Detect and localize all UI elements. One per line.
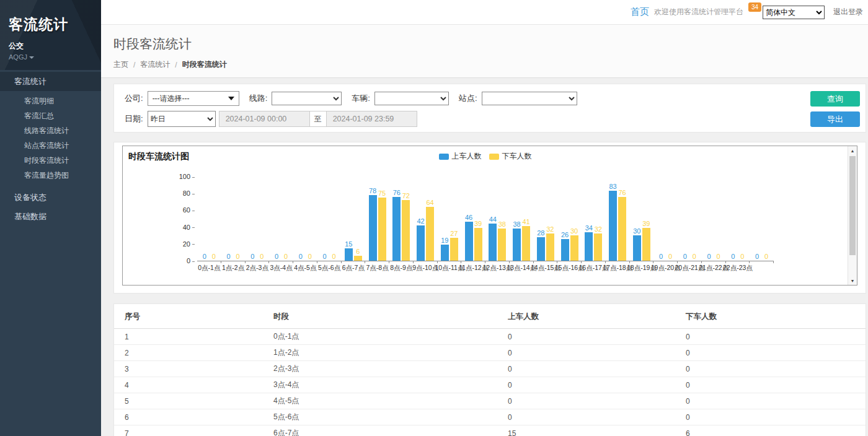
table-row: 76点-7点156: [114, 425, 866, 436]
date-preset-select[interactable]: 昨日: [148, 111, 216, 127]
legend-item-alighting[interactable]: 下车人数: [489, 151, 532, 162]
bar-group: 00: [317, 177, 342, 261]
company-select[interactable]: ---请选择---: [148, 91, 239, 106]
x-axis-tick: [750, 261, 774, 263]
table-cell: 3: [114, 361, 263, 377]
bar-value-label: 32: [546, 226, 554, 233]
bar: 76: [618, 197, 626, 261]
bar-value-label: 0: [668, 253, 672, 260]
sidebar-group[interactable]: 设备状态: [0, 188, 101, 207]
date-from-input[interactable]: 2024-01-09 00:00: [219, 111, 310, 127]
bar-group: 156: [342, 177, 366, 261]
table-cell: 0: [675, 361, 866, 377]
bar: 32: [594, 233, 602, 261]
table-cell: 4点-5点: [263, 393, 497, 409]
x-axis-label: 11点-12点: [461, 264, 485, 272]
export-button[interactable]: 导出: [810, 111, 860, 127]
x-axis-tick: [293, 261, 317, 263]
x-axis-tick: [510, 261, 534, 263]
x-axis-tick: [389, 261, 414, 263]
x-axis-tick: [653, 261, 678, 263]
main-area: 首页 欢迎使用客流统计管理平台 34 简体中文 退出登录 时段客流统计 主页 /…: [101, 0, 868, 436]
table-cell: 0: [497, 345, 675, 361]
bar-value-label: 19: [441, 237, 448, 244]
bar-group: 2630: [557, 177, 582, 261]
bar-value-label: 30: [633, 228, 640, 235]
chart-container: 时段车流统计图 上车人数 下车人数 0000000000001567875767…: [122, 146, 857, 286]
station-label: 站点:: [459, 93, 477, 104]
notification-badge[interactable]: 34: [748, 2, 761, 12]
bar: 34: [585, 232, 593, 261]
chart-legend: 上车人数 下车人数: [123, 151, 848, 162]
x-axis-tick: [246, 261, 270, 263]
bar: 27: [450, 238, 458, 261]
breadcrumb-section[interactable]: 客流统计: [140, 59, 170, 70]
bar-value-label: 76: [393, 190, 401, 196]
scrollbar-thumb[interactable]: [849, 156, 856, 255]
line-select[interactable]: [272, 92, 342, 105]
bar-value-label: 28: [537, 230, 544, 237]
sidebar-group[interactable]: 基础数据: [0, 207, 101, 226]
sidebar-subitem[interactable]: 客流明细: [0, 94, 101, 108]
sidebar-subitem[interactable]: 客流量趋势图: [0, 168, 101, 183]
x-axis-tick: [726, 261, 750, 263]
sidebar-subitem[interactable]: 站点客流统计: [0, 138, 101, 153]
x-axis-tick: [557, 261, 582, 263]
bar-value-label: 0: [755, 253, 759, 260]
bar-value-label: 0: [203, 253, 206, 260]
account-dropdown[interactable]: AQGJ: [9, 53, 92, 61]
breadcrumb-home[interactable]: 主页: [113, 59, 128, 70]
table-panel: 序号 时段 上车人数 下车人数 10点-1点0021点-2点0032点-3点00…: [113, 303, 866, 436]
bar: 44: [489, 224, 497, 261]
bar-group: 4639: [461, 177, 485, 261]
x-axis-label: 14点-15点: [534, 264, 558, 272]
language-select[interactable]: 简体中文: [763, 6, 825, 19]
bar-value-label: 42: [417, 218, 425, 225]
x-axis-tick: [317, 261, 342, 263]
nav-home-link[interactable]: 首页: [631, 6, 649, 18]
date-to-input[interactable]: 2024-01-09 23:59: [326, 111, 417, 127]
bar-value-label: 0: [227, 253, 231, 260]
bar-value-label: 0: [212, 253, 216, 260]
sidebar-group[interactable]: 客流统计: [0, 72, 101, 91]
bar-group: 00: [702, 177, 726, 261]
legend-item-boarding[interactable]: 上车人数: [439, 151, 482, 162]
table-cell: 1点-2点: [263, 345, 497, 361]
table-cell: 6: [675, 425, 866, 436]
bar-value-label: 0: [740, 253, 744, 260]
date-range-separator: 至: [309, 111, 327, 127]
query-button[interactable]: 查询: [810, 91, 860, 107]
x-axis-label: 20点-21点: [678, 264, 702, 272]
logout-link[interactable]: 退出登录: [833, 7, 863, 17]
bar-value-label: 72: [402, 193, 410, 199]
sidebar: 客流统计 公交 AQGJ 客流统计客流明细客流汇总线路客流统计站点客流统计时段客…: [0, 0, 101, 436]
sidebar-subitem[interactable]: 线路客流统计: [0, 123, 101, 138]
chart-scrollbar[interactable]: ▲ ▼: [848, 146, 857, 285]
sidebar-subitem[interactable]: 客流汇总: [0, 108, 101, 123]
sidebar-subitem[interactable]: 时段客流统计: [0, 153, 101, 168]
station-select[interactable]: [482, 92, 577, 105]
scrollbar-up-arrow[interactable]: ▲: [848, 146, 857, 155]
bar: 46: [465, 222, 473, 261]
table-cell: 2点-3点: [263, 361, 497, 377]
filter-buttons: 查询 导出: [810, 91, 860, 127]
vehicle-select[interactable]: [374, 92, 449, 105]
breadcrumb-separator: /: [133, 61, 135, 69]
legend-swatch-alighting: [489, 154, 499, 160]
filter-row-2: 日期: 昨日 2024-01-09 00:00 至 2024-01-09 23:…: [125, 111, 866, 127]
table-cell: 2: [114, 345, 263, 361]
col-header-boarding: 上车人数: [497, 304, 675, 329]
vehicle-label: 车辆:: [352, 93, 370, 104]
table-cell: 0: [675, 377, 866, 393]
bar-group: 00: [750, 177, 774, 261]
table-cell: 0: [675, 409, 866, 425]
col-header-index: 序号: [114, 304, 263, 329]
x-axis-label: 1点-2点: [221, 264, 246, 272]
x-axis-label: 15点-16点: [557, 264, 582, 272]
company-label: 公司:: [125, 93, 143, 104]
x-axis-tick: [702, 261, 726, 263]
date-label: 日期:: [125, 113, 143, 124]
bar-group: 3841: [510, 177, 534, 261]
bar-group: 00: [293, 177, 317, 261]
scrollbar-down-arrow[interactable]: ▼: [848, 276, 857, 285]
